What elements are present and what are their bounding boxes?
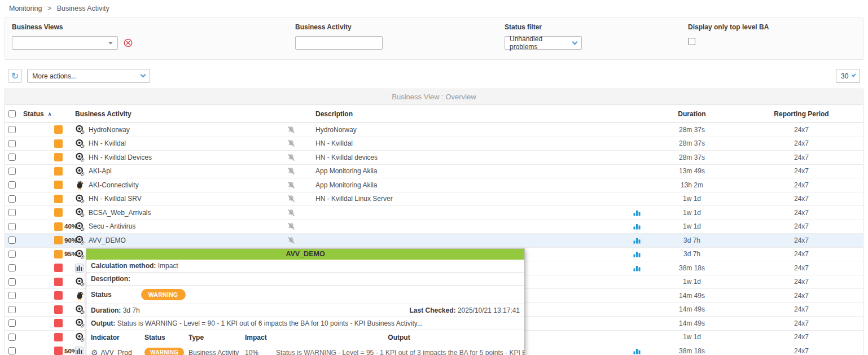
chart-icon[interactable] xyxy=(633,348,641,354)
business-view-title: Business View : Overview xyxy=(392,93,476,101)
business-activity-icon xyxy=(75,222,85,231)
business-activity-name[interactable]: AVV_DEMO xyxy=(86,236,283,244)
row-checkbox[interactable] xyxy=(8,251,16,258)
table-row[interactable]: HN - Kvilldal DevicesHN - Kvilldal devic… xyxy=(5,151,863,165)
column-header-business-activity[interactable]: Business Activity xyxy=(75,110,283,118)
chart-icon[interactable] xyxy=(633,251,641,257)
sort-asc-icon: ∧ xyxy=(48,111,52,117)
business-activity-icon xyxy=(75,125,85,134)
table-row[interactable]: HydroNorwayHydroNorway28m 37s24x7 xyxy=(5,123,863,137)
chart-icon[interactable] xyxy=(633,209,641,216)
select-all-checkbox[interactable] xyxy=(8,110,16,117)
business-activity-name[interactable]: AKI-Connectivity xyxy=(86,181,283,189)
table-row[interactable]: AKI-ConnectivityApp Monitoring Akila13h … xyxy=(5,178,863,192)
chart-icon[interactable] xyxy=(633,265,641,271)
row-checkbox[interactable] xyxy=(8,319,16,327)
row-checkbox[interactable] xyxy=(8,236,16,244)
chart-icon[interactable] xyxy=(633,223,641,230)
table-row[interactable]: BCSA_Web_Arrivals1w 1d24x7 xyxy=(5,206,863,220)
status-filter: Status filter Unhandled problems xyxy=(505,23,582,50)
description-cell: App Monitoring Akila xyxy=(300,167,630,175)
more-actions-select[interactable]: More actions... xyxy=(27,69,150,83)
business-views-select[interactable] xyxy=(12,36,118,50)
breadcrumb-monitoring[interactable]: Monitoring xyxy=(9,5,42,12)
business-activity-input[interactable] xyxy=(295,36,383,50)
business-activity-icon xyxy=(75,235,85,245)
row-checkbox[interactable] xyxy=(8,209,16,216)
duration-cell: 1w 1d xyxy=(644,222,740,230)
business-activity-icon xyxy=(75,194,85,204)
table-row[interactable]: HN - KvilldalHN - Kvilldal28m 37s24x7 xyxy=(5,137,863,151)
business-activity-name[interactable]: HydroNorway xyxy=(86,126,283,134)
reporting-period-cell: 24x7 xyxy=(740,154,863,161)
duration-cell: 28m 37s xyxy=(644,139,740,147)
row-checkbox[interactable] xyxy=(8,168,16,175)
kpi-header-status: Status xyxy=(144,334,188,341)
top-level-ba-filter: Display only top level BA xyxy=(688,23,769,47)
kpi-header-type: Type xyxy=(188,334,245,341)
description-cell: HydroNorway xyxy=(300,126,630,134)
status-filter-select[interactable]: Unhandled problems xyxy=(505,36,582,50)
row-checkbox[interactable] xyxy=(8,264,16,271)
table-row[interactable]: AKI-ApiApp Monitoring Akila13m 49s24x7 xyxy=(5,165,863,179)
page-size-select[interactable]: 30 xyxy=(836,69,860,83)
description-cell: App Monitoring Akila xyxy=(300,181,630,189)
table-row[interactable]: HN - Kvilldal SRVHN - Kvilldal Linux Ser… xyxy=(5,192,863,207)
top-level-ba-label: Display only top level BA xyxy=(688,23,769,31)
business-activity-icon xyxy=(75,166,85,176)
business-activity-name[interactable]: Secu - Antivirus xyxy=(86,222,283,230)
row-checkbox[interactable] xyxy=(8,126,16,133)
status-square-critical xyxy=(54,278,63,286)
top-level-ba-checkbox[interactable] xyxy=(688,38,695,45)
breadcrumb-business-activity[interactable]: Business Activity xyxy=(57,5,109,12)
business-activity-name[interactable]: AKI-Api xyxy=(86,167,283,175)
row-checkbox[interactable] xyxy=(8,223,16,230)
filter-panel: Business Views Business Activity Status … xyxy=(5,17,863,60)
business-activity-icon xyxy=(75,305,85,314)
chevron-down-icon xyxy=(572,39,578,45)
row-checkbox[interactable] xyxy=(8,140,16,147)
reporting-period-cell: 24x7 xyxy=(740,333,863,341)
duration-cell: 14m 49s xyxy=(644,305,740,313)
kpi-indicator[interactable]: AVV_Prod xyxy=(101,349,132,355)
column-header-status[interactable]: Status ∧ xyxy=(20,110,75,118)
row-checkbox[interactable] xyxy=(8,306,16,313)
refresh-button[interactable]: ↻ xyxy=(8,69,22,83)
column-header-description[interactable]: Description xyxy=(300,110,630,118)
row-checkbox[interactable] xyxy=(8,181,16,189)
business-views-label: Business Views xyxy=(12,23,133,31)
business-activity-name[interactable]: HN - Kvilldal Devices xyxy=(86,154,283,161)
chevron-down-icon xyxy=(852,73,856,77)
business-activity-icon xyxy=(75,249,85,259)
kpi-row: ⚙ AVV_Prod WARNING Business Activity 10%… xyxy=(86,345,524,355)
chart-icon[interactable] xyxy=(633,237,641,244)
business-activity-name[interactable]: BCSA_Web_Arrivals xyxy=(86,209,283,217)
duration-cell: 38m 18s xyxy=(644,347,740,355)
status-square-critical xyxy=(54,333,63,341)
status-square-critical xyxy=(54,347,63,355)
row-checkbox[interactable] xyxy=(8,195,16,203)
row-checkbox[interactable] xyxy=(8,278,16,286)
column-header-duration[interactable]: Duration xyxy=(644,110,740,118)
table-row[interactable]: 90%AVV_DEMO3d 7h24x7 xyxy=(5,234,863,248)
toolbar: ↻ More actions... 30 xyxy=(8,69,863,84)
row-checkbox[interactable] xyxy=(8,154,16,161)
business-activity-name[interactable]: HN - Kvilldal SRV xyxy=(86,195,283,203)
row-checkbox[interactable] xyxy=(8,334,16,341)
clear-filter-icon[interactable] xyxy=(124,38,133,47)
kpi-header-impact: Impact xyxy=(245,334,276,341)
row-checkbox[interactable] xyxy=(8,347,16,354)
status-square-warning xyxy=(54,125,63,134)
description-cell: HN - Kvilldal Linux Server xyxy=(300,195,630,203)
column-header-reporting-period[interactable]: Reporting Period xyxy=(740,110,863,118)
duration-cell: 1w 1d xyxy=(644,278,740,286)
status-filter-label: Status filter xyxy=(505,23,582,31)
chevron-down-icon xyxy=(141,72,146,78)
duration-cell: 14m 49s xyxy=(644,319,740,327)
business-activity-name[interactable]: HN - Kvilldal xyxy=(86,139,283,147)
row-checkbox[interactable] xyxy=(8,292,16,299)
description-cell: HN - Kvilldal xyxy=(300,139,630,147)
kpi-output: Status is WARNING - Level = 95 - 1 KPI o… xyxy=(276,349,524,355)
table-row[interactable]: 40%Secu - Antivirus1w 1d24x7 xyxy=(5,220,863,234)
business-views-filter: Business Views xyxy=(12,23,133,50)
